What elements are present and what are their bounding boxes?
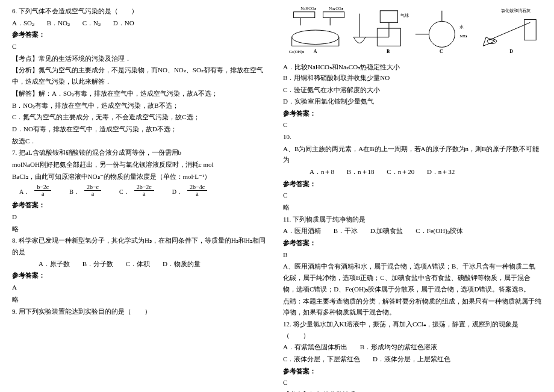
q7-fa-bot: a <box>39 190 46 197</box>
q6-kd: 【考点】常见的生活环境的污染及治理． <box>12 53 271 64</box>
q6-options: A．SO₂ B．NO₂ C．N₂ D．NO <box>12 17 271 29</box>
svg-rect-7 <box>380 11 397 23</box>
q12-ans-label: 参考答案： <box>283 366 542 377</box>
q6-jd1: B．NO₂有毒，排放在空气中，造成空气污染，故B不选； <box>12 100 271 111</box>
q7-fd-top: 2b−4c <box>187 184 207 191</box>
q7-options: A．b−2ca B．2b−ca C．2b−2ca D．2b−4ca <box>12 183 271 197</box>
q6-a: A．SO₂ <box>12 19 34 26</box>
q6-stem: 6. 下列气体不会造成空气污染的是（ ） <box>12 5 271 17</box>
q8-d: D．物质的量 <box>163 260 201 267</box>
q12-row1: A．有紫黑色固体析出 B．形成均匀的紫红色溶液 <box>283 341 542 353</box>
q10-a: A．n＋8 <box>310 168 334 175</box>
q10-post: 略 <box>283 202 542 213</box>
svg-rect-2 <box>294 12 315 18</box>
q12-b: B．形成均匀的紫红色溶液 <box>360 343 437 350</box>
q11-ans: B <box>283 249 542 261</box>
q9-a: A．比较NaHCO₃和Na₂CO₃热稳定性大小 <box>283 61 410 73</box>
q6-jd2: C．氮气为空气的主要成分，无毒，不会造成空气污染，故C选； <box>12 111 271 123</box>
q8-ans-label: 参考答案： <box>12 270 271 281</box>
svg-text:Na₂CO₃: Na₂CO₃ <box>329 6 343 10</box>
svg-text:NH₃: NH₃ <box>459 34 467 38</box>
q12-kd: 【考点】氯气的化学性质． <box>283 389 542 392</box>
q11-e2: 点睛：本题主要考查物质的分类，解答时要分析物质的组成，如果只有一种物质就属于纯净… <box>283 296 542 318</box>
svg-point-4 <box>292 30 339 44</box>
q6-jd4: 故选C． <box>12 135 271 147</box>
q12-stem: 12. 将少量氯水加入KI溶液中，振荡，再加入CCl₄，振荡，静置，观察到的现象… <box>283 319 542 341</box>
q10-stem: A、B为同主族的两元素，A在B的上一周期，若A的原子序数为n，则B的原子序数不可… <box>283 143 542 166</box>
q7-ans: D <box>12 211 271 223</box>
q7-ld: D． <box>172 183 182 197</box>
q7-lb: B． <box>69 183 79 197</box>
q11-c: C．Fe(OH)₃胶体 <box>416 227 463 234</box>
q7-fd-bot: a <box>193 190 201 197</box>
q7-la: A． <box>19 183 30 197</box>
q12-ans: C <box>283 377 542 388</box>
q11-ans-label: 参考答案： <box>283 237 542 249</box>
q12-a: A．有紫黑色固体析出 <box>283 343 347 350</box>
q11-d: D.加碘食盐 <box>370 227 403 234</box>
q9-row1: A．比较NaHCO₃和Na₂CO₃热稳定性大小 B．用铜和稀硝酸制取并收集少量N… <box>283 61 542 84</box>
q7-l3: BaCl₂，由此可知原溶液中NO₃⁻的物质的量浓度是（单位：mol·L⁻¹） <box>12 171 271 182</box>
q10-b: B．n＋18 <box>347 168 375 175</box>
q10-options: A．n＋8 B．n＋18 C．n＋20 D．n＋32 <box>283 166 542 178</box>
q8-ans: A <box>12 282 271 293</box>
q12-c: C．液体分层，下层紫红色 <box>283 355 360 362</box>
svg-text:Ca(OH)₂: Ca(OH)₂ <box>289 49 304 54</box>
q7-lc: C． <box>119 183 129 197</box>
q9-b: B．用铜和稀硝酸制取并收集少量NO <box>283 72 410 84</box>
q7-ans-label: 参考答案： <box>12 199 271 211</box>
q7-fb-top: 2b−c <box>84 184 101 191</box>
q10-c: C．n＋20 <box>387 168 414 175</box>
svg-text:气球: 气球 <box>400 13 409 17</box>
q8-c: C．体积 <box>126 260 150 267</box>
q10-ans-label: 参考答案： <box>283 178 542 190</box>
svg-text:水: 水 <box>459 25 464 29</box>
svg-text:氯化铵和消石灰: 氯化铵和消石灰 <box>501 8 531 13</box>
q9-c: C．验证氨气在水中溶解度的大小 <box>283 84 410 96</box>
q11-a: A．医用酒精 <box>283 227 321 234</box>
q10-d: D．n＋32 <box>427 168 455 175</box>
q7-fc-bot: a <box>140 190 148 197</box>
q11-e1: A、医用酒精中含有酒精和水，属于混合物，选项A错误；B、干冰只含有一种物质二氧化… <box>283 261 542 294</box>
q10-ans: C <box>283 190 542 201</box>
q6-ans-label: 参考答案： <box>12 29 271 40</box>
q10-num: 10. <box>283 131 542 143</box>
q6-jd0: 【解答】解：A．SO₂有毒，排放在空气中，造成空气污染，故A不选； <box>12 88 271 99</box>
q9-ans-label: 参考答案： <box>283 108 542 119</box>
svg-point-10 <box>429 21 455 47</box>
apparatus-diagram: NaHCO₃ Na₂CO₃ Ca(OH)₂ A B 气球 水 NH₃ C 氯化铵… <box>283 5 542 55</box>
svg-text:D: D <box>509 49 513 54</box>
q12-d: D．液体分层，上层紫红色 <box>373 355 450 362</box>
q6-d: D．NO <box>113 19 134 26</box>
svg-text:NaHCO₃: NaHCO₃ <box>300 6 316 10</box>
q6-jd3: D．NO有毒，排放在空气中，造成空气污染，故D不选； <box>12 123 271 135</box>
svg-text:B: B <box>387 49 390 54</box>
q6-b: B．NO₂ <box>47 19 70 26</box>
q7-l2: molNaOH刚好把氨全部赶出，另一份与氯化钡溶液反应时，消耗c mol <box>12 159 271 170</box>
q11-stem: 11. 下列物质属于纯净物的是 <box>283 214 542 225</box>
svg-text:A: A <box>314 49 317 54</box>
q8-stem: 8. 科学家已发现一种新型氢分子，其化学式为H₃，在相同条件下，等质量的H₃和H… <box>12 235 271 257</box>
q7-fc-top: 2b−2c <box>134 184 154 191</box>
q7-fb-bot: a <box>89 190 96 197</box>
q11-b: B．干冰 <box>334 227 358 234</box>
q9-row2: C．验证氨气在水中溶解度的大小 D．实验室用氯化铵制少量氨气 <box>283 84 542 107</box>
svg-rect-3 <box>323 12 344 18</box>
q9-stem: 9. 用下列实验装置能达到实验目的的是（ ） <box>12 306 271 317</box>
q11-options: A．医用酒精 B．干冰 D.加碘食盐 C．Fe(OH)₃胶体 <box>283 225 542 237</box>
q6-fx: 【分析】氮气为空气的主要成分，不是污染物，而NO、NO₂、SO₂都有毒，排放在空… <box>12 64 271 87</box>
q8-post: 略 <box>12 294 271 305</box>
q7-post: 略 <box>12 223 271 235</box>
q9-ans: C <box>283 119 542 131</box>
q7-fa-top: b−2c <box>34 184 51 191</box>
q12-row2: C．液体分层，下层紫红色 D．液体分层，上层紫红色 <box>283 353 542 365</box>
q7-l1: 7. 把aL含硫酸铵和硝酸铵的混合液分成两等份，一份需用b <box>12 147 271 158</box>
q8-options: A．原子数 B．分子数 C．体积 D．物质的量 <box>12 258 271 270</box>
svg-text:C: C <box>440 49 443 54</box>
q6-ans: C <box>12 41 271 52</box>
q8-a: A．原子数 <box>39 260 70 267</box>
q8-b: B．分子数 <box>82 260 113 267</box>
q9-d: D．实验室用氯化铵制少量氨气 <box>283 96 410 107</box>
q6-c: C．N₂ <box>82 19 101 26</box>
